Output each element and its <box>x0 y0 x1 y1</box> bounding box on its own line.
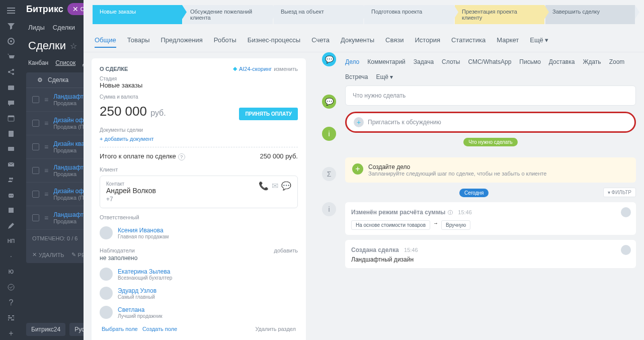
create-task-box[interactable]: + Создайте дело Запланируйте следующий ш… <box>345 157 636 183</box>
timeline-tab-item[interactable]: Задача <box>414 58 434 65</box>
star-icon[interactable]: ☆ <box>70 41 77 51</box>
tab-item[interactable]: Бизнес-процессы <box>248 33 300 48</box>
todo-input[interactable]: Что нужно сделать <box>345 86 636 106</box>
stage-item[interactable]: Обсуждение пожеланий клиента <box>183 5 273 24</box>
drag-handle[interactable]: ≡ <box>44 166 48 175</box>
filter-button[interactable]: ▾ ФИЛЬТР <box>603 188 636 197</box>
select-field-link[interactable]: Выбрать поле <box>102 326 138 332</box>
stage-bar: Новые заказыОбсуждение пожеланий клиента… <box>84 0 644 29</box>
timeline-tab-item[interactable]: Слоты <box>442 58 460 65</box>
tab-item[interactable]: Предложения <box>160 33 202 48</box>
bitrix-chip[interactable]: Битрикс24 <box>26 323 65 336</box>
selected-count: ОТМЕЧЕНО: 0 / 6 <box>32 235 77 241</box>
target-icon[interactable] <box>4 35 18 48</box>
calendar-icon[interactable] <box>4 112 18 125</box>
ai-scoring[interactable]: ◆AI24-скоринг изменить <box>233 65 298 72</box>
timeline-tab-item[interactable]: Дело <box>345 58 359 65</box>
phone-icon[interactable]: 📞 <box>259 181 269 191</box>
app-sidebar: НП · Ю ? + <box>0 0 22 340</box>
close-icon[interactable]: ✕ <box>72 5 78 13</box>
tab-item[interactable]: Связи <box>385 33 404 48</box>
timeline-tab-item[interactable]: Письмо <box>519 58 541 65</box>
responsible-title: Ответственный <box>100 214 298 220</box>
accept-payment-button[interactable]: ПРИНЯТЬ ОПЛАТУ <box>239 108 298 120</box>
stage-item[interactable]: Выезд на объект <box>274 5 363 24</box>
stage-item[interactable]: Новые заказы <box>93 5 182 24</box>
timeline-tab-item[interactable]: Комментарий <box>367 58 406 65</box>
subnav-kanban[interactable]: Канбан <box>28 59 48 66</box>
observer-person[interactable]: Эдуард УзловСамый главный <box>100 284 298 303</box>
row-checkbox[interactable] <box>32 143 39 150</box>
create-field-link[interactable]: Создать поле <box>142 326 177 332</box>
add-observer-link[interactable]: добавить <box>274 247 298 253</box>
doc-icon[interactable] <box>4 127 18 140</box>
observer-person[interactable]: СветланаЛучший продажник <box>100 303 298 322</box>
drag-handle[interactable]: ≡ <box>44 214 48 222</box>
avatar <box>100 226 113 239</box>
help-icon[interactable]: ? <box>4 296 18 309</box>
group-icon[interactable] <box>4 173 18 187</box>
row-checkbox[interactable] <box>32 191 39 198</box>
tab-item[interactable]: Документы <box>341 33 374 48</box>
timeline-tab-item[interactable]: Доставка <box>549 58 575 65</box>
plus-icon[interactable]: + <box>4 326 18 340</box>
drag-handle[interactable]: ≡ <box>44 190 48 198</box>
observer-person[interactable]: Екатерина ЗылеваВсезнающий бухгалтер <box>100 265 298 284</box>
row-checkbox[interactable] <box>32 167 39 174</box>
responsible-person[interactable]: Ксения ИвановаГлавная по продажам <box>100 223 298 242</box>
drag-handle[interactable]: ≡ <box>44 143 48 151</box>
timeline-tab-item[interactable]: Ещё ▾ <box>376 73 393 80</box>
chat-icon[interactable] <box>4 96 18 110</box>
gear-icon[interactable]: ⚙ <box>37 76 43 83</box>
tab-item[interactable]: Общие <box>95 33 116 48</box>
timeline-tab-item[interactable]: Zoom <box>609 58 625 65</box>
tab-item[interactable]: Счета <box>311 33 330 48</box>
nav-leads[interactable]: Лиды <box>28 24 45 31</box>
row-checkbox[interactable] <box>32 120 39 127</box>
drag-handle[interactable]: ≡ <box>44 119 48 127</box>
folder-icon[interactable] <box>4 81 18 95</box>
settings-icon[interactable] <box>4 311 18 325</box>
subnav-list[interactable]: Список <box>55 59 75 66</box>
row-checkbox[interactable] <box>32 214 39 221</box>
mail-icon[interactable]: ✉ <box>272 181 278 191</box>
np-icon[interactable]: НП <box>4 234 18 248</box>
card-icon[interactable] <box>4 142 18 156</box>
total-value: 250 000 руб. <box>260 152 298 160</box>
stage-item[interactable]: Подготовка проекта <box>364 5 454 24</box>
tab-item[interactable]: История <box>415 33 440 48</box>
avatar <box>621 245 631 255</box>
badge-todo: Что нужно сделать <box>463 138 518 146</box>
timeline-tab-item[interactable]: СМС/WhatsApp <box>468 58 511 65</box>
row-checkbox[interactable] <box>32 96 39 103</box>
bot-icon[interactable] <box>4 189 18 202</box>
add-doc-link[interactable]: + добавить документ <box>100 136 298 142</box>
tab-item[interactable]: Товары <box>127 33 150 48</box>
menu-icon[interactable] <box>4 4 18 18</box>
invite-box[interactable]: + Пригласить к обсуждению <box>345 112 636 133</box>
cart-icon[interactable] <box>4 50 18 64</box>
stage-item[interactable]: Завершить сделку <box>545 5 635 24</box>
mail-icon[interactable] <box>4 157 18 171</box>
chat-icon[interactable]: 💬 <box>281 181 291 191</box>
client-title: Клиент <box>100 166 298 173</box>
tab-item[interactable]: Маркет <box>497 33 519 48</box>
delete-button[interactable]: ✕ УДАЛИТЬ <box>32 251 64 258</box>
pen-icon[interactable] <box>4 219 18 233</box>
share-icon[interactable] <box>4 65 18 79</box>
tab-item[interactable]: Статистика <box>451 33 486 48</box>
tab-item[interactable]: Ещё ▾ <box>530 33 548 48</box>
timeline-tab-item[interactable]: Встреча <box>345 73 368 80</box>
yu-icon[interactable]: Ю <box>4 265 18 279</box>
timeline-tab-item[interactable]: Ждать <box>583 58 601 65</box>
check-icon[interactable] <box>4 281 18 294</box>
logo: Битрикс <box>26 4 63 15</box>
book-icon[interactable] <box>4 204 18 217</box>
delete-section-link[interactable]: Удалить раздел <box>255 326 296 332</box>
filter-icon[interactable] <box>4 20 18 33</box>
nav-deals[interactable]: Сделки <box>53 24 75 31</box>
stage-item[interactable]: Презентация проекта клиенту <box>455 5 544 24</box>
drag-handle[interactable]: ≡ <box>44 96 48 104</box>
tab-item[interactable]: Роботы <box>214 33 236 48</box>
dash-icon[interactable]: · <box>4 250 18 264</box>
